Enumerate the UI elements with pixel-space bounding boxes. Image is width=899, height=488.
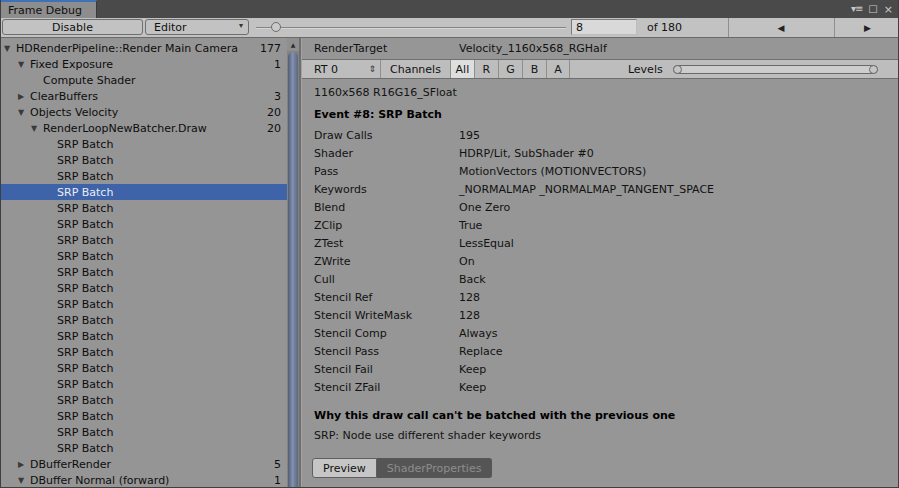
tree-row-label: SRP Batch — [57, 426, 113, 439]
tree-row[interactable]: ▼ RenderLoopNewBatcher.Draw 20 — [1, 120, 287, 136]
tree-row-count: 5 — [274, 458, 287, 471]
tree-row[interactable]: SRP Batch — [1, 296, 287, 312]
detail-label: Draw Calls — [314, 129, 459, 142]
tree-row[interactable]: SRP Batch — [1, 408, 287, 424]
previous-event-button[interactable]: ◀ — [728, 18, 834, 37]
window-menu-icon[interactable]: ▾≡ — [851, 4, 862, 14]
frame-slider[interactable] — [256, 18, 566, 37]
tree-row-label: SRP Batch — [57, 202, 113, 215]
detail-value: MotionVectors (MOTIONVECTORS) — [459, 165, 646, 178]
tree-row-label: SRP Batch — [57, 138, 113, 151]
scrollbar-thumb[interactable] — [288, 52, 298, 488]
channel-button-label: R — [483, 63, 491, 76]
tree-row[interactable]: SRP Batch — [1, 248, 287, 264]
levels-min-handle[interactable] — [673, 65, 682, 74]
bottom-tab[interactable]: ShaderProperties — [377, 458, 493, 478]
tree-row[interactable]: ▼ Objects Velocity 20 — [1, 104, 287, 120]
bottom-tab-label: Preview — [323, 462, 366, 475]
detail-label: Stencil Fail — [314, 363, 459, 376]
tree-row[interactable]: ▼ DBuffer Normal (forward) 1 — [1, 472, 287, 488]
channel-button[interactable]: G — [498, 60, 522, 78]
tree-foldout-icon[interactable]: ▼ — [18, 476, 30, 485]
tab-frame-debug[interactable]: Frame Debug — [1, 0, 97, 18]
tree-row[interactable]: SRP Batch — [1, 312, 287, 328]
next-event-button[interactable]: ▶ — [835, 18, 899, 37]
channel-button[interactable]: R — [474, 60, 498, 78]
disable-button[interactable]: Disable — [2, 19, 143, 35]
tree-row[interactable]: SRP Batch — [1, 424, 287, 440]
tree-row[interactable]: ▶ DBufferRender 5 — [1, 456, 287, 472]
tree-row-label: SRP Batch — [57, 218, 113, 231]
tree-row[interactable]: SRP Batch — [1, 376, 287, 392]
detail-label: Cull — [314, 273, 459, 286]
rt-index-dropdown[interactable]: RT 0 ⇕ — [308, 60, 380, 78]
tree-scrollbar[interactable]: ▲ — [287, 38, 299, 488]
tree-row[interactable]: SRP Batch — [1, 184, 287, 200]
tree-row-label: SRP Batch — [57, 362, 113, 375]
render-target-value: Velocity_1160x568_RGHalf — [459, 42, 607, 55]
detail-row: Pass MotionVectors (MOTIONVECTORS) — [302, 162, 898, 180]
tree-row[interactable]: SRP Batch — [1, 168, 287, 184]
tree-foldout-icon[interactable]: ▼ — [31, 124, 43, 133]
channel-button-label: All — [456, 63, 470, 76]
detail-label: Stencil ZFail — [314, 381, 459, 394]
target-select-dropdown[interactable]: Editor ▾ — [145, 19, 249, 35]
levels-max-handle[interactable] — [869, 65, 878, 74]
detail-label: Stencil Comp — [314, 327, 459, 340]
tree-row-label: SRP Batch — [57, 346, 113, 359]
channel-button[interactable]: All — [450, 60, 474, 78]
tree-row[interactable]: SRP Batch — [1, 136, 287, 152]
detail-label: Keywords — [314, 183, 459, 196]
levels-range-slider[interactable] — [673, 65, 878, 74]
channel-button-group: All R G B — [450, 60, 570, 78]
detail-value: 195 — [459, 129, 480, 142]
tree-row[interactable]: SRP Batch — [1, 216, 287, 232]
tree-row-count: 177 — [260, 42, 287, 55]
maximize-icon[interactable]: □ — [868, 4, 877, 14]
updown-arrows-icon: ⇕ — [368, 64, 376, 74]
tree-row[interactable]: SRP Batch — [1, 328, 287, 344]
tree-row[interactable]: SRP Batch — [1, 232, 287, 248]
tree-row[interactable]: ▼ Fixed Exposure 1 — [1, 56, 287, 72]
target-select-label: Editor — [154, 21, 187, 34]
window-controls: ▾≡ □ × — [851, 0, 898, 18]
frame-number-input[interactable]: 8 — [571, 19, 637, 35]
rt-index-value: RT 0 — [314, 63, 338, 76]
tree-row-count: 1 — [274, 58, 287, 71]
scroll-up-icon[interactable]: ▲ — [287, 38, 299, 51]
tree-row[interactable]: SRP Batch — [1, 360, 287, 376]
tree-foldout-icon[interactable]: ▼ — [18, 108, 30, 117]
tree-foldout-icon[interactable]: ▶ — [18, 92, 30, 101]
detail-label: ZClip — [314, 219, 459, 232]
chevron-down-icon: ▾ — [239, 21, 243, 30]
tree-foldout-icon[interactable]: ▶ — [18, 460, 30, 469]
tree-foldout-icon[interactable]: ▼ — [4, 44, 16, 53]
bottom-tab[interactable]: Preview — [312, 458, 377, 478]
tree-row[interactable]: SRP Batch — [1, 152, 287, 168]
frame-total-text: of 180 — [647, 21, 682, 34]
tree-row[interactable]: SRP Batch — [1, 280, 287, 296]
channel-button[interactable]: B — [522, 60, 546, 78]
tree-row[interactable]: SRP Batch — [1, 440, 287, 456]
channel-button[interactable]: A — [546, 60, 570, 78]
tree-row[interactable]: SRP Batch — [1, 200, 287, 216]
detail-label: Stencil Pass — [314, 345, 459, 358]
detail-value: 128 — [459, 309, 480, 322]
tree-row[interactable]: SRP Batch — [1, 344, 287, 360]
channel-button-label: A — [554, 63, 562, 76]
tree-row[interactable]: SRP Batch — [1, 264, 287, 280]
previous-icon: ◀ — [778, 23, 785, 33]
main-toolbar: Disable Editor ▾ 8 of 180 ◀ ▶ — [1, 18, 898, 38]
tree-row-label: DBuffer Normal (forward) — [30, 474, 169, 487]
frame-slider-knob[interactable] — [271, 22, 281, 32]
tree-foldout-icon[interactable]: ▼ — [18, 60, 30, 69]
tree-row[interactable]: Compute Shader — [1, 72, 287, 88]
detail-label: ZWrite — [314, 255, 459, 268]
tree-row[interactable]: ▶ ClearBuffers 3 — [1, 88, 287, 104]
tree-row[interactable]: ▼ HDRenderPipeline::Render Main Camera 1… — [1, 40, 287, 56]
close-icon[interactable]: × — [884, 4, 893, 15]
detail-row: Cull Back — [302, 270, 898, 288]
tree-row[interactable]: SRP Batch — [1, 392, 287, 408]
frame-number-value: 8 — [576, 21, 583, 34]
disable-button-label: Disable — [52, 21, 93, 34]
